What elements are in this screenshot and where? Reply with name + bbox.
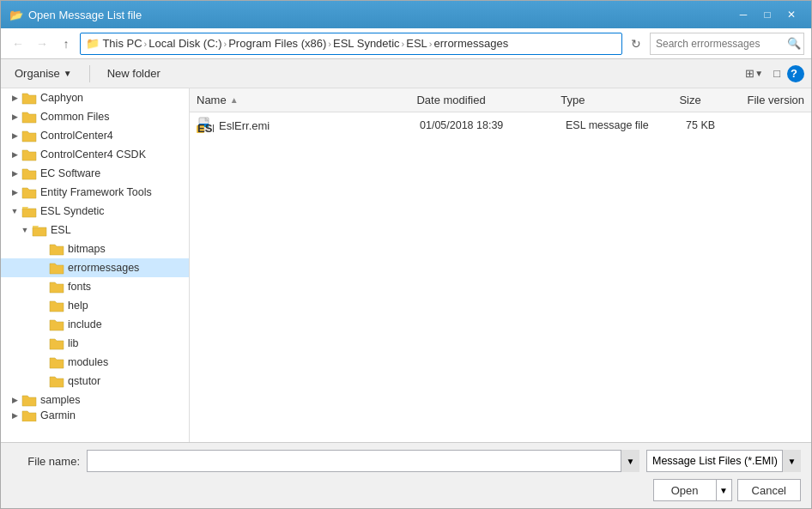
- column-name-label: Name: [197, 94, 227, 106]
- folder-icon: [21, 185, 37, 199]
- new-folder-label: New folder: [107, 67, 161, 80]
- column-fver-label: File version: [748, 94, 804, 106]
- column-header-name[interactable]: Name ▲: [190, 90, 409, 110]
- file-name-cell: ESL EslErr.emi: [190, 114, 413, 136]
- sidebar-label-common-files: Common Files: [40, 111, 110, 123]
- search-icon[interactable]: 🔍: [787, 37, 801, 50]
- folder-icon: [21, 409, 37, 421]
- path-segment-errormessages: errormessages: [434, 37, 509, 50]
- open-dropdown-button[interactable]: ▼: [717, 479, 732, 501]
- expand-icon: ▶: [8, 167, 21, 180]
- sidebar-item-esl-syndetic[interactable]: ▼ ESL Syndetic: [1, 202, 189, 221]
- sidebar-item-garmin[interactable]: ▶ Garmin: [1, 409, 189, 421]
- column-header-size[interactable]: Size: [672, 90, 740, 110]
- folder-icon: [49, 280, 64, 294]
- new-folder-button[interactable]: New folder: [100, 64, 167, 82]
- sidebar-item-caphyon[interactable]: ▶ Caphyon: [1, 88, 189, 107]
- forward-button[interactable]: →: [32, 33, 52, 54]
- sidebar-label-esl-syndetic: ESL Syndetic: [40, 205, 105, 217]
- filename-dropdown-button[interactable]: ▼: [621, 450, 639, 472]
- buttons-row: Open ▼ Cancel: [11, 479, 801, 501]
- folder-icon: [21, 393, 37, 407]
- search-input[interactable]: [650, 33, 804, 55]
- sidebar-label-garmin: Garmin: [40, 409, 76, 421]
- search-container: 🔍: [650, 33, 804, 55]
- column-header-fileversion[interactable]: File version: [741, 90, 811, 110]
- file-area: Name ▲ Date modified Type Size File vers…: [190, 88, 811, 442]
- sidebar-item-qstutor[interactable]: ▶ qstutor: [1, 372, 189, 391]
- sidebar: ▶ Caphyon ▶ Common Files ▶ Cont: [1, 88, 190, 442]
- toolbar: Organise ▼ New folder ⊞ ▼ □ ?: [1, 59, 811, 88]
- folder-icon: [49, 299, 64, 312]
- folder-icon: [49, 355, 64, 369]
- path-segment-esl: ESL: [406, 37, 427, 50]
- sidebar-item-lib[interactable]: ▶ lib: [1, 334, 189, 353]
- open-button-group: Open ▼: [653, 479, 732, 501]
- sidebar-item-help[interactable]: ▶ help: [1, 296, 189, 315]
- dialog-title: Open Message List file: [28, 9, 142, 21]
- column-header-date[interactable]: Date modified: [409, 90, 554, 110]
- filename-input[interactable]: [87, 450, 639, 472]
- view-dropdown-icon: ▼: [754, 69, 763, 78]
- sidebar-item-esl[interactable]: ▼ ESL: [1, 221, 189, 239]
- sidebar-item-controlcenter4-csdk[interactable]: ▶ ControlCenter4 CSDK: [1, 145, 189, 164]
- sidebar-item-ec-software[interactable]: ▶ EC Software: [1, 164, 189, 183]
- folder-icon: [49, 336, 64, 350]
- sidebar-item-fonts[interactable]: ▶ fonts: [1, 277, 189, 296]
- sidebar-item-samples[interactable]: ▶ samples: [1, 391, 189, 409]
- help-button[interactable]: ?: [787, 65, 804, 82]
- filename-row: File name: ▼ Message List Files (*.EMI) …: [11, 450, 801, 472]
- maximize-button[interactable]: □: [756, 6, 779, 23]
- sidebar-item-include[interactable]: ▶ include: [1, 315, 189, 334]
- folder-icon: [21, 129, 37, 142]
- folder-icon: [21, 91, 37, 105]
- open-button[interactable]: Open: [653, 479, 717, 501]
- sidebar-label-qstutor: qstutor: [68, 375, 100, 387]
- title-controls: ─ □ ✕: [732, 6, 803, 23]
- sidebar-item-errormessages[interactable]: ▶ errormessages: [1, 258, 189, 277]
- svg-text:ESL: ESL: [197, 122, 214, 134]
- back-button[interactable]: ←: [8, 33, 28, 54]
- sidebar-item-bitmaps[interactable]: ▶ bitmaps: [1, 239, 189, 258]
- file-type-cell: ESL message file: [559, 117, 679, 134]
- file-version-cell: [748, 123, 811, 128]
- expand-icon: ▶: [8, 91, 21, 105]
- column-type-label: Type: [561, 94, 585, 106]
- help-icon: ?: [791, 67, 797, 80]
- file-icon: ESL: [197, 117, 214, 134]
- refresh-button[interactable]: ↻: [626, 33, 646, 54]
- title-bar-left: 📂 Open Message List file: [9, 8, 142, 21]
- expand-icon: ▼: [8, 204, 21, 218]
- sidebar-item-entity-framework-tools[interactable]: ▶ Entity Framework Tools: [1, 183, 189, 202]
- folder-icon: [49, 318, 64, 331]
- path-segment-thispc: 📁 This PC: [86, 37, 142, 50]
- organise-dropdown-icon: ▼: [64, 69, 72, 78]
- toolbar-separator: [89, 65, 90, 82]
- path-segment-eslsyndetic: ESL Syndetic: [333, 37, 400, 50]
- minimize-button[interactable]: ─: [732, 6, 754, 23]
- path-segment-localc: Local Disk (C:): [148, 37, 221, 50]
- sidebar-label-help: help: [68, 300, 88, 312]
- expand-icon: ▶: [8, 393, 21, 407]
- view-options-button[interactable]: ⊞ ▼: [742, 65, 767, 82]
- up-button[interactable]: ↑: [56, 33, 76, 54]
- preview-pane-button[interactable]: □: [770, 65, 784, 82]
- address-path[interactable]: 📁 This PC › Local Disk (C:) › Program Fi…: [80, 33, 622, 55]
- folder-icon: [21, 204, 37, 218]
- sidebar-item-common-files[interactable]: ▶ Common Files: [1, 107, 189, 126]
- cancel-button[interactable]: Cancel: [737, 479, 801, 501]
- preview-icon: □: [773, 67, 780, 80]
- sidebar-item-modules[interactable]: ▶ modules: [1, 353, 189, 372]
- sidebar-label-fonts: fonts: [68, 281, 91, 293]
- column-header-type[interactable]: Type: [554, 90, 672, 110]
- sidebar-label-esl: ESL: [51, 224, 71, 236]
- expand-icon: ▼: [18, 223, 32, 237]
- filename-input-container: ▼: [87, 450, 639, 472]
- sort-arrow: ▲: [230, 95, 239, 105]
- filetype-select[interactable]: Message List Files (*.EMI): [646, 450, 801, 472]
- file-row[interactable]: ESL EslErr.emi 01/05/2018 18:39 ESL mess…: [190, 112, 811, 138]
- column-date-label: Date modified: [416, 94, 485, 106]
- organise-button[interactable]: Organise ▼: [8, 64, 79, 82]
- close-button[interactable]: ✕: [780, 6, 803, 23]
- sidebar-item-controlcenter4[interactable]: ▶ ControlCenter4: [1, 126, 189, 145]
